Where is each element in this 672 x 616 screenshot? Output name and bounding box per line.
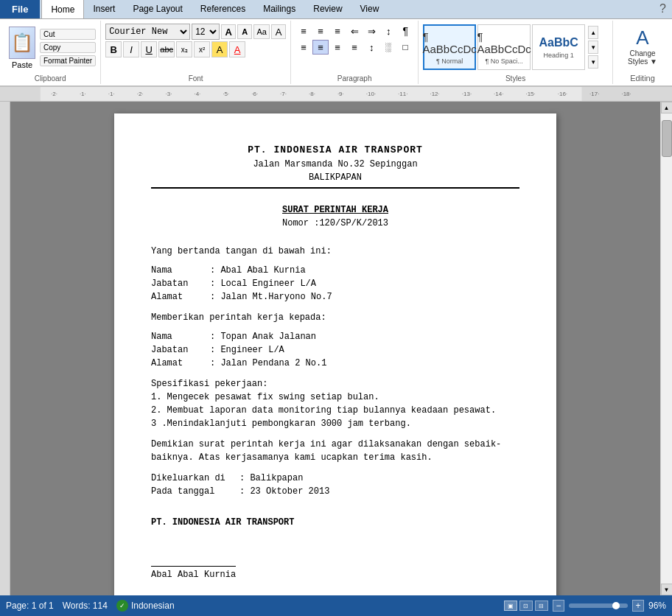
tab-review[interactable]: Review (304, 0, 351, 18)
tab-page-layout[interactable]: Page Layout (124, 0, 191, 18)
justify-button[interactable]: ≡ (346, 40, 363, 55)
tab-mailings[interactable]: Mailings (254, 0, 304, 18)
tab-view[interactable]: View (351, 0, 388, 18)
superscript-button[interactable]: x² (194, 41, 210, 57)
closing1: Demikian surat perintah kerja ini agar d… (151, 438, 519, 451)
grow-font-button[interactable]: A (221, 24, 236, 39)
text-highlight-button[interactable]: A (211, 41, 228, 57)
multilevel-button[interactable]: ≡ (329, 24, 346, 38)
print-layout-icon[interactable]: ▣ (504, 601, 517, 611)
borders-button[interactable]: □ (397, 40, 413, 55)
scroll-up-button[interactable]: ▲ (661, 102, 673, 113)
styles-group: ¶ AaBbCcDc ¶ Normal ¶ AaBbCcDc ¶ No Spac… (419, 21, 613, 84)
spec3: 3 .Menindaklanjuti pembongkaran 3000 jam… (151, 417, 519, 430)
footer-company: PT. INDONESIA AIR TRANSPORT (151, 516, 519, 529)
status-bar: Page: 1 of 1 Words: 114 ✓ Indonesian ▣ ⊡… (0, 595, 672, 616)
change-styles-icon: A (636, 27, 648, 49)
format-painter-button[interactable]: Format Painter (40, 55, 96, 66)
font-group: Courier New 12 A A Aa A B I U abc x₂ x² … (101, 21, 291, 84)
styles-scroll-down[interactable]: ▼ (588, 41, 598, 54)
line-spacing-button[interactable]: ↕ (363, 40, 379, 55)
web-layout-icon[interactable]: ⊟ (535, 601, 548, 611)
letter-title: SURAT PERINTAH KERJA (151, 203, 519, 217)
text-color-button[interactable]: A (229, 41, 245, 57)
editing-label: Editing (630, 74, 655, 83)
bold-button[interactable]: B (105, 41, 122, 57)
scroll-thumb[interactable] (662, 120, 672, 157)
sort-button[interactable]: ↕ (380, 24, 396, 38)
cut-button[interactable]: Cut (40, 29, 96, 40)
underline-button[interactable]: U (141, 41, 157, 57)
tab-references[interactable]: References (192, 0, 254, 18)
italic-button[interactable]: I (123, 41, 139, 57)
increase-indent-button[interactable]: ⇒ (363, 24, 379, 38)
paste-button[interactable]: 📋 Paste (4, 25, 40, 71)
doc-city: BALIKPAPAN (151, 171, 519, 184)
numbering-button[interactable]: ≡ (312, 24, 329, 38)
greeting: Yang bertanda tangan di bawah ini: (151, 245, 519, 258)
decrease-indent-button[interactable]: ⇐ (346, 24, 363, 38)
vertical-ruler (0, 102, 10, 595)
vertical-scrollbar[interactable]: ▲ ▼ (660, 102, 672, 595)
document-area[interactable]: PT. INDONESIA AIR TRANSPORT Jalan Marsma… (10, 102, 660, 595)
styles-expand[interactable]: ▼ (588, 55, 598, 69)
tab-insert[interactable]: Insert (84, 0, 124, 18)
change-styles-label: Change Styles ▼ (628, 49, 657, 66)
spec2: 2. Membuat laporan data monitoring tiap … (151, 404, 519, 417)
zoom-in-button[interactable]: + (632, 600, 644, 612)
align-right-button[interactable]: ≡ (329, 40, 346, 55)
sender-alamat: Alamat: Jalan Mt.Haryono No.7 (151, 290, 519, 304)
bullets-button[interactable]: ≡ (295, 24, 312, 38)
style-heading1[interactable]: AaBbC Heading 1 (532, 24, 585, 70)
tab-home[interactable]: Home (41, 0, 84, 18)
spec1: 1. Mengecek pesawat fix swing setiap bul… (151, 391, 519, 404)
closing2: baiknya. Atas kerjasamanya kami ucapkan … (151, 451, 519, 464)
style-no-spacing[interactable]: ¶ AaBbCcDc ¶ No Spaci... (477, 24, 531, 70)
zoom-level[interactable]: 96% (648, 601, 666, 611)
page-count: Page: 1 of 1 (6, 601, 54, 611)
receiver-jabatan: Jabatan: Engineer L/A (151, 343, 519, 357)
doc-divider (151, 187, 519, 189)
shrink-font-button[interactable]: A (237, 24, 252, 39)
language-button[interactable]: ✓ Indonesian (116, 600, 175, 612)
zoom-thumb (612, 602, 620, 609)
style-normal[interactable]: ¶ AaBbCcDc ¶ Normal (423, 24, 476, 70)
released: Dikeluarkan di: Balikpapan (151, 472, 519, 485)
spell-check-icon: ✓ (116, 600, 128, 612)
shading-button[interactable]: ░ (380, 40, 396, 55)
subscript-button[interactable]: x₂ (176, 41, 192, 57)
change-case-button[interactable]: Aa (253, 24, 270, 39)
footer-name: Abal Abal Kurnia (151, 566, 236, 581)
order-intro: Memberikan perintah kerja kepada: (151, 311, 519, 324)
styles-group-label: Styles (505, 74, 525, 83)
scroll-down-button[interactable]: ▼ (661, 584, 673, 595)
sender-nama: Nama: Abal Abal Kurnia (151, 264, 519, 277)
align-left-button[interactable]: ≡ (295, 40, 312, 55)
spec-title: Spesifikasi pekerjaan: (151, 377, 519, 391)
font-size-select[interactable]: 12 (192, 24, 220, 40)
styles-scroll-up[interactable]: ▲ (588, 26, 598, 39)
doc-address: Jalan Marsmanda No.32 Sepinggan (151, 158, 519, 171)
scroll-track[interactable] (662, 114, 672, 583)
view-icons: ▣ ⊡ ⊟ (504, 601, 548, 611)
copy-button[interactable]: Copy (40, 42, 96, 53)
word-count[interactable]: Words: 114 (63, 601, 108, 611)
doc-title: PT. INDONESIA AIR TRANSPORT (151, 143, 519, 158)
font-family-select[interactable]: Courier New (105, 24, 190, 40)
show-marks-button[interactable]: ¶ (397, 24, 413, 38)
strikethrough-button[interactable]: abc (158, 41, 175, 57)
clipboard-group: 📋 Paste Cut Copy Format Painter Clipboar… (0, 21, 101, 84)
zoom-slider[interactable] (569, 603, 628, 608)
language-label: Indonesian (131, 601, 175, 611)
horizontal-ruler: L ·2··1··1··2··3··4··5··6··7··8··9··10··… (10, 87, 672, 101)
document-page: PT. INDONESIA AIR TRANSPORT Jalan Marsma… (114, 113, 556, 595)
full-screen-icon[interactable]: ⊡ (519, 601, 533, 611)
file-tab[interactable]: File (0, 0, 40, 18)
zoom-out-button[interactable]: − (553, 600, 564, 612)
align-center-button[interactable]: ≡ (312, 40, 329, 55)
clear-format-button[interactable]: A (271, 24, 286, 39)
receiver-alamat: Alamat: Jalan Pendana 2 No.1 (151, 357, 519, 370)
change-styles-button[interactable]: A Change Styles ▼ (623, 23, 662, 69)
paragraph-group-label: Paragraph (337, 74, 372, 83)
sender-jabatan: Jabatan: Local Engineer L/A (151, 277, 519, 290)
